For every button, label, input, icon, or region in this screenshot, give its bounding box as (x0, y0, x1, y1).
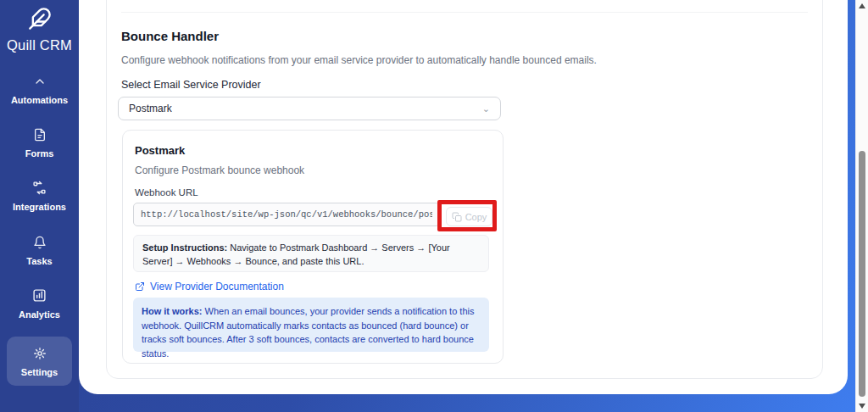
sidebar-item-automations[interactable]: Automations (0, 73, 79, 105)
section-divider (121, 12, 808, 13)
webhook-url-label: Webhook URL (135, 187, 198, 198)
scrollbar-down-arrow[interactable] (859, 404, 865, 409)
provider-docs-link[interactable]: View Provider Documentation (135, 281, 284, 292)
sidebar-item-settings[interactable]: Settings (7, 337, 72, 386)
how-it-works-box: How it works:When an email bounces, your… (133, 298, 489, 352)
bell-icon (0, 234, 79, 249)
sidebar: Quill CRM Automations Forms Integrations… (0, 0, 79, 412)
setup-instructions-box: Setup Instructions:Navigate to Postmark … (133, 235, 489, 272)
settings-card: Bounce Handler Configure webhook notific… (106, 0, 823, 379)
provider-card-title: Postmark (135, 144, 185, 157)
sidebar-item-integrations[interactable]: Integrations (0, 180, 79, 212)
sidebar-item-label: Analytics (0, 309, 79, 320)
external-link-icon (135, 281, 145, 292)
provider-select[interactable]: Postmark ⌄ (118, 97, 501, 120)
how-it-works-label: How it works: (142, 306, 203, 316)
chevron-down-icon: ⌄ (482, 97, 490, 120)
copy-button-label: Copy (465, 212, 487, 222)
scrollbar-thumb[interactable] (859, 151, 865, 397)
sync-icon (0, 180, 79, 195)
sidebar-item-analytics[interactable]: Analytics (0, 287, 79, 320)
provider-card-subtitle: Configure Postmark bounce webhook (135, 164, 304, 176)
bar-chart-icon (0, 287, 79, 303)
sidebar-item-label: Forms (0, 148, 79, 159)
scrollbar-up-arrow[interactable] (859, 3, 865, 8)
app-title: Quill CRM (0, 37, 79, 53)
provider-config-card: Postmark Configure Postmark bounce webho… (122, 130, 504, 364)
sidebar-item-forms[interactable]: Forms (0, 126, 79, 159)
provider-select-label: Select Email Service Provider (121, 79, 261, 91)
provider-docs-link-label: View Provider Documentation (150, 281, 284, 292)
setup-instructions-label: Setup Instructions: (142, 242, 227, 253)
webhook-url-input[interactable] (133, 203, 440, 226)
sidebar-item-label: Settings (7, 367, 72, 377)
sidebar-item-label: Automations (0, 95, 79, 105)
main-content-panel: Bounce Handler Configure webhook notific… (79, 0, 848, 394)
provider-select-value: Postmark (129, 103, 172, 114)
sidebar-item-label: Tasks (0, 256, 79, 266)
page-title: Bounce Handler (121, 29, 219, 43)
vertical-scrollbar (855, 0, 868, 412)
gear-icon (7, 345, 72, 360)
copy-icon (452, 212, 462, 222)
sidebar-item-label: Integrations (0, 202, 79, 212)
chevron-up-icon (0, 73, 79, 88)
quill-logo-icon (0, 7, 79, 31)
copy-button[interactable]: Copy (446, 207, 492, 226)
page-description: Configure webhook notifications from you… (121, 54, 597, 66)
sidebar-item-tasks[interactable]: Tasks (0, 234, 79, 266)
document-icon (0, 126, 79, 142)
